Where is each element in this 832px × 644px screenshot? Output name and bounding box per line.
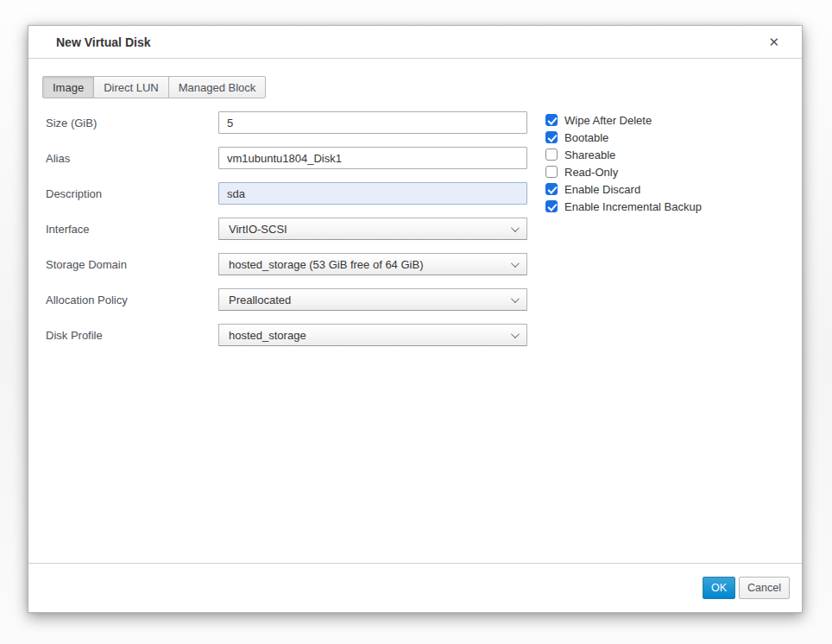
disk-profile-row: Disk Profile hosted_storage (46, 324, 802, 346)
close-button[interactable]: ✕ (765, 34, 783, 50)
size-input[interactable] (218, 111, 527, 134)
read-only-label: Read-Only (564, 166, 618, 179)
wipe-after-delete-row: Wipe After Delete (545, 111, 702, 129)
new-virtual-disk-dialog: New Virtual Disk ✕ Image Direct LUN Mana… (28, 25, 803, 613)
tab-image[interactable]: Image (42, 76, 94, 98)
disk-options: Wipe After Delete Bootable Shareable Rea… (545, 111, 702, 215)
storage-domain-select-value: hosted_storage (53 GiB free of 64 GiB) (229, 258, 423, 271)
disk-profile-select-value: hosted_storage (229, 329, 306, 342)
dialog-footer: OK Cancel (28, 563, 802, 612)
close-icon: ✕ (768, 35, 779, 49)
interface-select-value: VirtIO-SCSI (229, 223, 287, 236)
cancel-button[interactable]: Cancel (739, 577, 790, 599)
shareable-row: Shareable (545, 146, 702, 163)
tab-managed-block[interactable]: Managed Block (168, 76, 267, 98)
enable-discard-label: Enable Discard (564, 183, 640, 196)
allocation-policy-select-value: Preallocated (229, 294, 291, 306)
bootable-checkbox[interactable] (545, 131, 558, 143)
enable-discard-row: Enable Discard (545, 180, 702, 198)
chevron-down-icon (511, 259, 520, 268)
chevron-down-icon (511, 330, 520, 338)
interface-row: Interface VirtIO-SCSI (46, 218, 802, 240)
allocation-policy-row: Allocation Policy Preallocated (46, 288, 802, 311)
alias-label: Alias (46, 152, 218, 165)
bootable-row: Bootable (545, 129, 702, 146)
disk-type-tabs: Image Direct LUN Managed Block (42, 76, 266, 98)
storage-domain-select[interactable]: hosted_storage (53 GiB free of 64 GiB) (218, 253, 527, 275)
ok-button[interactable]: OK (703, 577, 735, 599)
allocation-policy-select[interactable]: Preallocated (218, 288, 527, 311)
alias-input[interactable] (218, 147, 527, 169)
wipe-after-delete-label: Wipe After Delete (564, 114, 652, 127)
disk-profile-label: Disk Profile (46, 329, 218, 342)
wipe-after-delete-checkbox[interactable] (545, 114, 558, 126)
bootable-label: Bootable (564, 131, 608, 144)
chevron-down-icon (511, 224, 520, 232)
interface-select[interactable]: VirtIO-SCSI (218, 218, 527, 240)
dialog-title: New Virtual Disk (56, 35, 150, 49)
enable-incremental-backup-label: Enable Incremental Backup (564, 200, 702, 213)
enable-incremental-backup-row: Enable Incremental Backup (545, 198, 702, 215)
size-label: Size (GiB) (46, 117, 218, 129)
chevron-down-icon (511, 294, 520, 303)
tab-direct-lun[interactable]: Direct LUN (93, 76, 169, 98)
disk-profile-select[interactable]: hosted_storage (218, 324, 527, 346)
description-label: Description (46, 187, 218, 200)
shareable-checkbox[interactable] (545, 148, 558, 161)
dialog-header: New Virtual Disk ✕ (28, 26, 802, 59)
enable-discard-checkbox[interactable] (545, 183, 558, 195)
allocation-policy-label: Allocation Policy (46, 294, 218, 306)
enable-incremental-backup-checkbox[interactable] (545, 200, 558, 212)
description-input[interactable] (218, 182, 527, 205)
storage-domain-label: Storage Domain (46, 258, 218, 271)
interface-label: Interface (46, 223, 218, 236)
read-only-row: Read-Only (545, 163, 702, 180)
shareable-label: Shareable (564, 148, 615, 161)
read-only-checkbox[interactable] (545, 166, 558, 178)
storage-domain-row: Storage Domain hosted_storage (53 GiB fr… (46, 253, 802, 275)
